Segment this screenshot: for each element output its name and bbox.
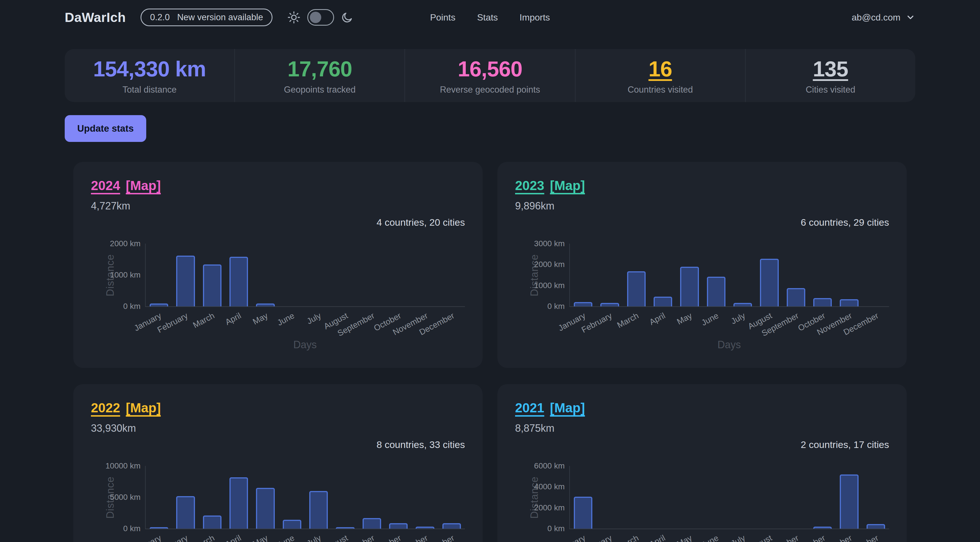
bar-november <box>840 299 858 306</box>
bar-october <box>389 523 407 529</box>
year-card-2024: 2024 [Map] 4,727km 4 countries, 20 citie… <box>73 162 483 368</box>
year-link[interactable]: 2024 <box>91 178 120 194</box>
y-tick-label: 1000 km <box>534 281 565 290</box>
stat-label: Total distance <box>123 85 177 95</box>
bar-slot <box>596 466 623 529</box>
update-stats-button[interactable]: Update stats <box>65 115 146 142</box>
y-tick-label: 2000 km <box>534 260 565 269</box>
bar-slot <box>676 466 703 529</box>
map-link[interactable]: [Map] <box>126 178 161 194</box>
year-link[interactable]: 2022 <box>91 400 120 416</box>
x-tick-label: July <box>729 311 747 326</box>
bar-slot <box>729 244 756 306</box>
x-tick-label: July <box>305 533 323 542</box>
bar-october <box>813 298 832 306</box>
bar-slot <box>438 244 465 306</box>
bar-slot <box>226 244 252 306</box>
y-tick-label: 0 km <box>547 302 565 311</box>
year-distance: 33,930km <box>91 422 465 435</box>
y-tick-label: 10000 km <box>105 461 140 470</box>
bar-january <box>150 527 168 529</box>
bar-slot <box>570 466 596 529</box>
year-link[interactable]: 2023 <box>515 178 544 194</box>
countries-link[interactable]: 16 <box>649 56 672 81</box>
stat-value: 154,330 km <box>93 56 206 81</box>
x-axis-labels: JanuaryFebruaryMarchAprilMayJuneJulyAugu… <box>145 529 465 542</box>
nav-stats[interactable]: Stats <box>477 12 498 23</box>
cities-link[interactable]: 135 <box>813 56 848 81</box>
bar-slot <box>836 244 862 306</box>
toggle-knob <box>310 12 321 23</box>
plot-area: 0 km2000 km4000 km6000 km <box>569 466 889 529</box>
x-tick-label: July <box>729 533 747 542</box>
bar-slot <box>729 466 756 529</box>
bar-march <box>627 271 646 306</box>
year-cards: 2024 [Map] 4,727km 4 countries, 20 citie… <box>73 162 907 542</box>
x-axis-title: Days <box>145 339 465 351</box>
map-link[interactable]: [Map] <box>126 400 161 416</box>
bar-slot <box>570 244 596 306</box>
bar-slot <box>809 466 836 529</box>
map-link[interactable]: [Map] <box>550 178 585 194</box>
user-menu[interactable]: ab@cd.com <box>852 12 915 23</box>
x-tick-label: June <box>276 533 296 542</box>
y-tick-label: 2000 km <box>534 503 565 512</box>
bar-slot <box>650 466 676 529</box>
sun-icon <box>287 11 301 24</box>
bar-slot <box>862 244 889 306</box>
y-tick-label: 2000 km <box>110 239 140 248</box>
stat-cities: 135 Cities visited <box>745 49 915 102</box>
nav-imports[interactable]: Imports <box>520 12 550 23</box>
year-distance: 4,727km <box>91 200 465 212</box>
distance-bar-chart: Distance 0 km5000 km10000 km JanuaryFebr… <box>91 466 465 542</box>
year-summary: 4 countries, 20 cities <box>91 216 465 228</box>
chevron-down-icon <box>905 13 915 22</box>
stat-label: Geopoints tracked <box>284 85 356 95</box>
bar-slot <box>305 244 332 306</box>
bar-january <box>574 302 592 306</box>
y-tick-label: 5000 km <box>110 493 140 502</box>
y-tick-label: 0 km <box>123 302 140 311</box>
map-link[interactable]: [Map] <box>550 400 585 416</box>
y-tick-label: 0 km <box>547 524 565 533</box>
x-tick-label: July <box>305 311 323 326</box>
bar-june <box>283 520 301 529</box>
y-tick-label: 1000 km <box>110 270 140 280</box>
bar-slot <box>783 244 809 306</box>
distance-bar-chart: Distance 0 km1000 km2000 km3000 km Janua… <box>515 244 889 351</box>
bar-slot <box>703 466 729 529</box>
theme-toggle[interactable] <box>307 9 334 25</box>
moon-icon <box>341 11 353 24</box>
version-badge[interactable]: 0.2.0 New version available <box>140 8 272 26</box>
nav-points[interactable]: Points <box>430 12 455 23</box>
stat-total-distance: 154,330 km Total distance <box>65 49 234 102</box>
x-tick-label: January <box>132 533 163 542</box>
x-axis-labels: JanuaryFebruaryMarchAprilMayJuneJulyAugu… <box>145 307 465 339</box>
stat-value: 17,760 <box>288 56 352 81</box>
y-tick-label: 6000 km <box>534 461 565 470</box>
bar-february <box>176 256 195 306</box>
bar-april <box>229 477 248 529</box>
bar-june <box>707 277 725 306</box>
year-link[interactable]: 2021 <box>515 400 544 416</box>
x-tick-label: May <box>675 311 694 327</box>
stat-label: Countries visited <box>628 85 693 95</box>
plot-area: 0 km1000 km2000 km3000 km <box>569 244 889 307</box>
bar-slot <box>146 466 172 529</box>
bar-slot <box>332 466 358 529</box>
y-tick-label: 4000 km <box>534 482 565 491</box>
bar-july <box>309 491 328 529</box>
bar-august <box>336 527 354 529</box>
year-distance: 9,896km <box>515 200 889 212</box>
bar-slot <box>226 466 252 529</box>
stat-geopoints: 17,760 Geopoints tracked <box>234 49 404 102</box>
bar-march <box>203 264 221 306</box>
bar-slot <box>199 244 226 306</box>
x-axis-labels: JanuaryFebruaryMarchAprilMayJuneJulyAugu… <box>569 307 889 339</box>
year-summary: 2 countries, 17 cities <box>515 439 889 451</box>
bar-slot <box>783 466 809 529</box>
bar-slot <box>385 244 412 306</box>
bar-slot <box>332 244 358 306</box>
year-card-2021: 2021 [Map] 8,875km 2 countries, 17 citie… <box>497 384 907 542</box>
distance-bar-chart: Distance 0 km1000 km2000 km JanuaryFebru… <box>91 244 465 351</box>
